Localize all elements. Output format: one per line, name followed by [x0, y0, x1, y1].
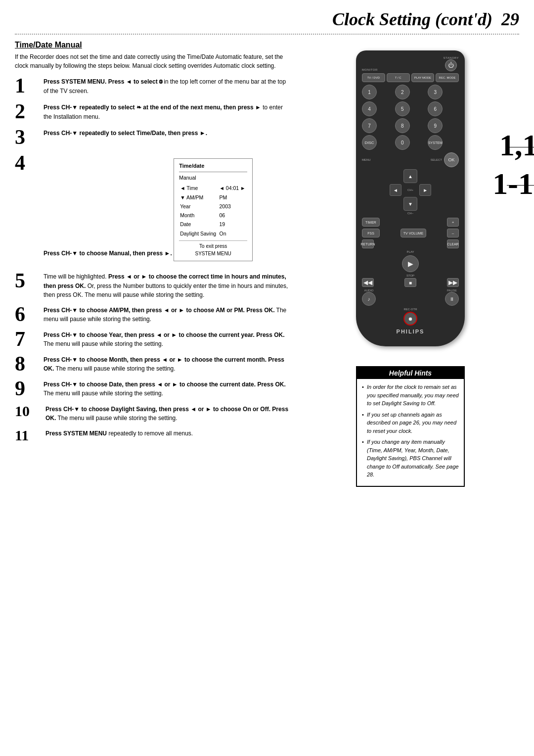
num-7-button[interactable]: 7	[362, 118, 377, 133]
step-9: 9 Press CH-▼ to choose Date, then press …	[15, 380, 292, 399]
num-9-button[interactable]: 9	[428, 118, 443, 133]
play-label: PLAY	[407, 250, 414, 253]
menu-footer: To exit press SYSTEM MENU	[179, 240, 247, 258]
tv-dvd-button[interactable]: TV / DVD	[362, 73, 385, 82]
num-2-button[interactable]: 2	[395, 85, 410, 99]
menu-label: MENU	[362, 158, 371, 161]
play-mode-button[interactable]: PLAY MODE	[411, 73, 435, 82]
remote-control: MONITOR STANDBY ⏻ TV / DVD T / C PLAY MO…	[356, 50, 465, 346]
menu-footer-line2: SYSTEM MENU	[195, 251, 231, 256]
menu-row-value: On	[218, 229, 247, 238]
num-3-button[interactable]: 3	[428, 85, 443, 99]
remote-wrapper: 1,11 1-10 MONITOR STANDBY ⏻ TV / DVD	[356, 50, 465, 346]
step-10: 10 Press CH-▼ to choose Daylight Saving,…	[15, 405, 292, 423]
menu-row-value: PM	[218, 193, 247, 202]
menu-row-label: Daylight Saving	[179, 229, 218, 238]
table-row: Date 19	[179, 220, 247, 229]
rewind-button[interactable]: ◀◀	[362, 278, 374, 287]
helpful-hints-box: Helpful Hints In order for the clock to …	[356, 366, 465, 487]
table-row: Daylight Saving On	[179, 229, 247, 238]
step-number-7: 7	[15, 329, 39, 349]
timer-button[interactable]: TIMER	[362, 218, 380, 227]
step-content-2: Press CH-▼ repeatedly to select ❧ at the…	[44, 103, 292, 121]
play-button[interactable]: ▶	[402, 255, 419, 272]
disc-button[interactable]: DISC	[362, 135, 377, 150]
menu-row-label: ◄ Time	[179, 184, 218, 192]
step-number-1: 1	[15, 75, 39, 96]
system-button[interactable]: SYSTEM	[428, 135, 443, 150]
plus-button[interactable]: +	[447, 218, 459, 227]
tv-volume-button[interactable]: TV VOLUME	[400, 229, 426, 237]
menu-subtitle: Manual	[179, 174, 247, 182]
dpad-down-button[interactable]: ▼	[403, 197, 417, 211]
rec-otr-button[interactable]: ⏺	[403, 312, 417, 326]
step-number-5: 5	[15, 270, 39, 291]
return-button[interactable]: RETURN	[362, 239, 374, 248]
step-number-10: 10	[15, 404, 42, 419]
step-number-6: 6	[15, 304, 39, 325]
section-title: Time/Date Manual	[15, 41, 292, 49]
standby-label: STANDBY	[444, 56, 459, 59]
audio-label: AUDIO	[362, 289, 376, 292]
num-1-button[interactable]: 1	[362, 85, 377, 99]
step-content-8: Press CH-▼ to choose Month, then press ◄…	[44, 355, 292, 374]
step-content-3: Press CH-▼ repeatedly to select Time/Dat…	[44, 129, 292, 138]
dpad-up-button[interactable]: ▲	[403, 169, 417, 183]
page-title: Clock Setting (cont'd)	[332, 9, 492, 29]
page-number: 29	[501, 9, 519, 29]
step-3: 3 Press CH-▼ repeatedly to select Time/D…	[15, 129, 292, 147]
direction-pad: ▲ ◄ CH+ ► ▼ CH–	[362, 169, 459, 216]
menu-row-value: 19	[218, 220, 247, 229]
left-column: Time/Date Manual If the Recorder does no…	[15, 41, 292, 487]
tc-button[interactable]: T / C	[387, 73, 410, 82]
pause-button[interactable]: ⏸	[445, 292, 459, 306]
table-row: ▼ AM/PM PM	[179, 193, 247, 202]
num-5-button[interactable]: 5	[395, 101, 410, 116]
ok-button[interactable]: OK	[444, 152, 459, 167]
menu-table: ◄ Time ◄ 04:01 ► ▼ AM/PM PM Year 2003	[179, 184, 247, 238]
step-content-6: Press CH-▼ to choose AM/PM, then press ◄…	[44, 306, 292, 324]
step-content-10: Press CH-▼ to choose Daylight Saving, th…	[45, 405, 292, 423]
menu-row-label: Year	[179, 202, 218, 211]
dpad-ch-plus-label: CH+	[407, 189, 413, 191]
audio-button[interactable]: ♪	[362, 292, 376, 306]
fss-button[interactable]: FSS	[362, 229, 380, 237]
philips-label: PHILIPS	[362, 329, 459, 334]
step-5: 5 Time will be highlighted. Press ◄ or ►…	[15, 272, 292, 300]
step-content-11: Press SYSTEM MENU repeatedly to remove a…	[45, 429, 292, 438]
step-7: 7 Press CH-▼ to choose Year, then press …	[15, 331, 292, 349]
num-6-button[interactable]: 6	[428, 101, 443, 116]
standby-button[interactable]: ⏻	[445, 59, 457, 71]
menu-row-value: 06	[218, 211, 247, 220]
clear-button[interactable]: CLEAR	[447, 239, 459, 248]
step-content-4: Press CH-▼ to choose Manual, then press …	[44, 154, 292, 265]
monitor-label: MONITOR	[362, 68, 378, 71]
num-0-button[interactable]: 0	[395, 135, 410, 150]
menu-row-label: Date	[179, 220, 218, 229]
rec-otr-label: REC·OTR	[404, 308, 417, 311]
menu-row-label: Month	[179, 211, 218, 220]
dpad-right-button[interactable]: ►	[419, 184, 431, 196]
step-number-2: 2	[15, 101, 39, 122]
hint-item-1: In order for the clock to remain set as …	[362, 383, 459, 408]
callout-1-11: 1,11	[499, 130, 534, 160]
step-11: 11 Press SYSTEM MENU repeatedly to remov…	[15, 429, 292, 443]
hint-item-3: If you change any item manually (Time, A…	[362, 438, 459, 479]
stop-button[interactable]: ■	[404, 278, 416, 287]
num-8-button[interactable]: 8	[395, 118, 410, 133]
menu-row-label: ▼ AM/PM	[179, 193, 218, 202]
page-header: Clock Setting (cont'd) 29	[0, 0, 534, 30]
minus-button[interactable]: –	[447, 229, 459, 237]
dpad-left-button[interactable]: ◄	[390, 184, 401, 196]
menu-title: Time/date	[179, 162, 247, 172]
ff-button[interactable]: ▶▶	[447, 278, 459, 287]
select-label: SELECT	[431, 158, 442, 161]
rec-mode-button[interactable]: REC. MODE	[436, 73, 459, 82]
step-number-4: 4	[15, 152, 39, 173]
step-content-7: Press CH-▼ to choose Year, then press ◄ …	[44, 331, 292, 349]
number-grid: 1 2 3 4 5 6 7 8 9 DISC 0 SYSTEM	[362, 85, 459, 150]
step-content-9: Press CH-▼ to choose Date, then press ◄ …	[44, 380, 292, 398]
menu-row-value: 2003	[218, 202, 247, 211]
table-row: ◄ Time ◄ 04:01 ►	[179, 184, 247, 192]
num-4-button[interactable]: 4	[362, 101, 377, 116]
